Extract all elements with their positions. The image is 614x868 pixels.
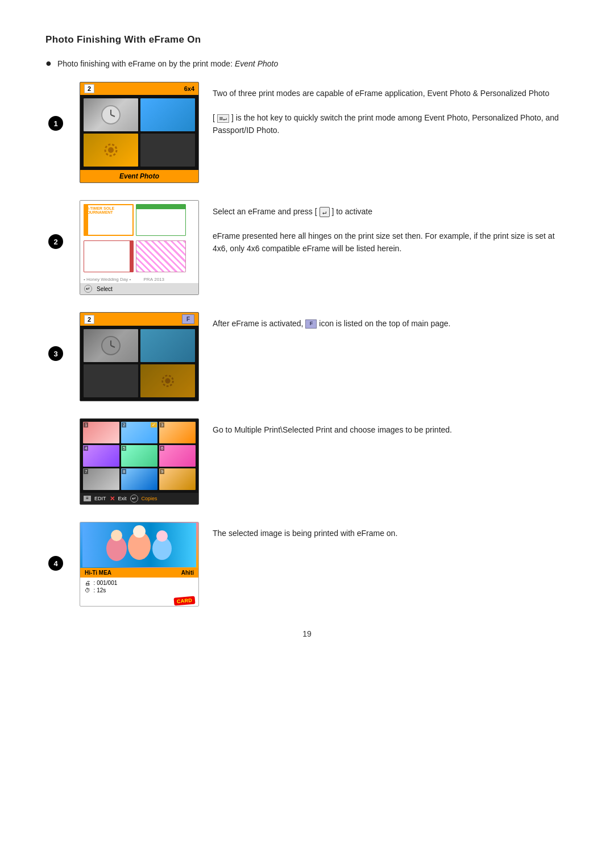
frame-orange: HI-TIMER SOLE TOURNAMENT [84, 204, 134, 236]
print-count-label: : [92, 580, 97, 586]
step-4-screen: Hi-Ti MEA Ahiti 🖨 : 001/001 ⏱ : 12s CARD [80, 522, 199, 607]
step-3a-desc: After eFrame is activated, F icon is lis… [213, 312, 569, 330]
grid-thumb-1: 1 [83, 422, 119, 443]
step-2-row: 2 HI-TIMER SOLE TOURNAMENT • Honey Weddi… [45, 200, 569, 295]
screen5-bottom: CARD [80, 596, 198, 606]
frame-names: • Honey Wedding Day • PRА 2013 [80, 276, 198, 283]
edit-icon: ≡ [84, 496, 91, 501]
print-time: 12s [97, 587, 106, 593]
print-count: 001/001 [97, 580, 117, 586]
step-3a-num-col: 3 [45, 312, 66, 361]
photo-clock [84, 98, 138, 131]
screen5-photo [80, 522, 198, 568]
clock2-icon [100, 335, 122, 356]
brand-left: Hi-Ti MEA [85, 570, 111, 576]
frames-row: HI-TIMER SOLE TOURNAMENT [80, 201, 198, 276]
photo3-blue [140, 329, 195, 362]
step-3a-screen: 2 F [80, 312, 199, 401]
frame-red [84, 240, 134, 272]
eframe-activated-icon: F [305, 319, 317, 329]
thumb-num-2: 2 [122, 422, 126, 427]
bullet-dot: ● [45, 58, 52, 68]
screen-multiple-print: 1 2✓ 3 4 5 6 7 8 9 ≡ EDIT ✕ Exit ↵ Copie… [80, 418, 199, 505]
step-2-desc1: Select an eFrame and press [ ↵ ] to acti… [213, 206, 569, 218]
grid-thumb-4: 4 [83, 445, 119, 467]
screen-event-photo: 2 6x4 [80, 82, 199, 183]
grid-thumb-6: 6 [159, 445, 196, 467]
frame-floral [136, 240, 186, 272]
step-2-num-col: 2 [45, 200, 66, 249]
thumb-num-3: 3 [160, 422, 164, 427]
screen5-brand-bar: Hi-Ti MEA Ahiti [80, 568, 198, 578]
step-1-num-col: 1 [45, 82, 66, 131]
frame-green [136, 204, 186, 236]
grid-thumb-8: 8 [121, 468, 157, 490]
step-2-desc2: eFrame presented here all hinges on the … [213, 230, 569, 255]
intro-text: Photo finishing with eFrame on by the pr… [57, 59, 278, 68]
thumb-num-9: 9 [160, 469, 164, 474]
print-count-row: 🖨 : 001/001 [85, 580, 194, 586]
photo3-blank [84, 364, 138, 397]
screen5-info-row: 🖨 : 001/001 ⏱ : 12s [80, 578, 198, 596]
svg-point-3 [108, 147, 114, 153]
step-3b-screen: 1 2✓ 3 4 5 6 7 8 9 ≡ EDIT ✕ Exit ↵ Copie… [80, 418, 199, 505]
svg-point-8 [165, 378, 170, 383]
step-3b-desc: Go to Multiple Print\Selected Print and … [213, 418, 569, 437]
step-4-circle: 4 [48, 556, 63, 571]
step-2-desc: Select an eFrame and press [ ↵ ] to acti… [213, 200, 569, 255]
copies-circle-icon: ↵ [130, 495, 138, 502]
gear-icon [102, 142, 119, 159]
svg-point-15 [133, 525, 146, 538]
screen-eframe-select: HI-TIMER SOLE TOURNAMENT • Honey Wedding… [80, 200, 199, 295]
screen1-size: 6x4 [184, 85, 194, 92]
photo3-clock [84, 329, 138, 362]
eframe-icon-box: F [182, 314, 194, 324]
step-1-desc: Two of three print modes are capable of … [213, 82, 569, 137]
step-1-row: 1 2 6x4 [45, 82, 569, 183]
screen3-photos [80, 326, 198, 401]
exit-x-icon: ✕ [110, 495, 115, 502]
print-time-row: ⏱ : 12s [85, 587, 194, 593]
screen4-bottom: ≡ EDIT ✕ Exit ↵ Copies [80, 493, 198, 504]
clock-icon [100, 104, 122, 126]
step-3b-row: 1 2✓ 3 4 5 6 7 8 9 ≡ EDIT ✕ Exit ↵ Copie… [45, 418, 569, 505]
exit-label: Exit [118, 496, 127, 501]
screen3-top-bar: 2 F [80, 313, 198, 326]
screen-eframe-active: 2 F [80, 312, 199, 401]
grid-thumb-2: 2✓ [121, 422, 157, 443]
select-label: Select [97, 286, 113, 292]
step-4-desc1: The selected image is being printed with… [213, 528, 569, 540]
timer-icon: ⏱ [85, 587, 90, 593]
grid-thumb-7: 7 [83, 468, 119, 490]
screen1-top-bar: 2 6x4 [80, 82, 198, 95]
grid-thumb-5: 5 [121, 445, 157, 467]
step-1-circle: 1 [48, 116, 63, 131]
page-title: Photo Finishing With eFrame On [45, 34, 569, 45]
step-4-desc: The selected image is being printed with… [213, 522, 569, 540]
intro-bullet: ● Photo finishing with eFrame on by the … [45, 58, 569, 68]
step-4-row: 4 [45, 522, 569, 607]
edit-label: EDIT [94, 496, 106, 501]
thumb-num-5: 5 [122, 446, 126, 451]
thumb-num-6: 6 [160, 446, 164, 451]
svg-point-14 [111, 530, 122, 541]
photo3-gear [140, 364, 195, 397]
screen1-photos [80, 95, 198, 170]
gear2-icon [160, 373, 176, 389]
screen1-num: 2 [84, 84, 94, 93]
print-time-label: : [92, 587, 97, 593]
thumb-num-4: 4 [84, 446, 88, 451]
step-3a-circle: 3 [48, 346, 63, 361]
svg-point-16 [156, 530, 168, 542]
step-3a-desc1: After eFrame is activated, F icon is lis… [213, 318, 569, 330]
grid-thumb-3: 3 [159, 422, 196, 443]
step-2-screen: HI-TIMER SOLE TOURNAMENT • Honey Wedding… [80, 200, 199, 295]
step-4-num-col: 4 [45, 522, 66, 571]
screen3-num: 2 [84, 315, 94, 324]
thumb-check-2: ✓ [151, 422, 157, 427]
thumb-num-1: 1 [84, 422, 88, 427]
copies-label: Copies [142, 496, 157, 501]
brand-right: Ahiti [181, 570, 194, 576]
step-1-desc1: Two of three print modes are capable of … [213, 88, 569, 100]
step-3b-desc1: Go to Multiple Print\Selected Print and … [213, 424, 569, 437]
